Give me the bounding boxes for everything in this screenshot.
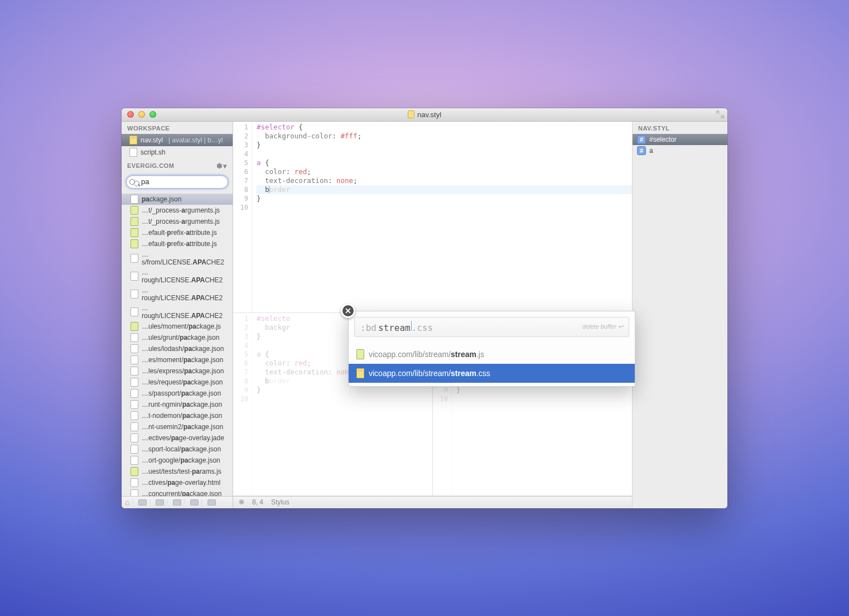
file-icon: [408, 110, 414, 118]
file-result-row[interactable]: …ules/moment/package.js: [122, 321, 233, 332]
app-window: nav.styl WORKSPACE nav.styl | avatar.sty…: [122, 108, 727, 508]
file-icon: [131, 333, 138, 342]
file-icon: [129, 136, 137, 145]
chevron-right-icon: 〉: [166, 498, 171, 506]
file-icon: [131, 411, 138, 420]
file-icon: [129, 148, 137, 157]
chevron-right-icon: 〉: [183, 498, 189, 506]
symbol-item[interactable]: #a: [633, 145, 727, 156]
project-header: EVERGIG.COM ✽▾: [122, 158, 233, 172]
file-icon: [131, 434, 138, 442]
chevron-right-icon: 〉: [131, 498, 137, 506]
file-icon: [131, 422, 138, 431]
chevron-right-icon: 〉: [148, 498, 154, 506]
file-result-row[interactable]: …nt-usemin2/package.json: [122, 421, 233, 432]
language-label: Stylus: [271, 498, 290, 506]
file-result-row[interactable]: …rough/LICENSE.APACHE2: [122, 303, 233, 321]
file-result-row[interactable]: …ort-google/package.json: [122, 455, 233, 466]
palette-input-row: :bd stream.css delete buffer ↩: [354, 317, 629, 337]
code-editor[interactable]: #selector { background-color: #fff;}a { …: [252, 122, 632, 313]
file-result-row[interactable]: package.json: [122, 194, 233, 205]
file-icon: [131, 272, 138, 281]
file-icon: [131, 445, 138, 454]
file-icon: [131, 367, 138, 376]
folder-icon[interactable]: [138, 499, 147, 506]
folder-icon[interactable]: [190, 499, 199, 506]
file-result-row[interactable]: …ectives/page-overlay.jade: [122, 432, 233, 444]
fullscreen-icon[interactable]: [716, 110, 724, 118]
open-document-row[interactable]: nav.styl | avatar.styl | b…yl: [122, 134, 233, 146]
file-result-row[interactable]: …t/_process-arguments.js: [122, 216, 233, 227]
file-result-row[interactable]: …t-nodemon/package.json: [122, 410, 233, 421]
file-icon: [356, 349, 364, 359]
cursor-position: 8, 4: [252, 498, 263, 506]
file-icon: [131, 217, 138, 226]
file-icon: [131, 489, 138, 496]
file-result-row[interactable]: …efault-prefix-attribute.js: [122, 238, 233, 249]
file-search-input[interactable]: [126, 175, 228, 189]
file-result-row[interactable]: …es/moment/package.json: [122, 354, 233, 365]
palette-input[interactable]: :bd stream.css: [360, 321, 582, 333]
hash-icon: #: [637, 135, 646, 144]
file-result-row[interactable]: …s/from/LICENSE.APACHE2: [122, 249, 233, 267]
gear-icon[interactable]: ✽▾: [216, 162, 227, 170]
file-result-row[interactable]: …sport-local/package.json: [122, 444, 233, 455]
traffic-lights: [127, 111, 156, 118]
file-icon: [131, 456, 138, 465]
file-icon: [131, 307, 138, 316]
search-icon: [126, 175, 228, 189]
line-gutter: 12345678910: [233, 313, 252, 495]
file-results-list: package.json…t/_process-arguments.js…t/_…: [122, 193, 233, 496]
palette-result[interactable]: vicoapp.com/lib/stream/stream.js: [349, 345, 635, 364]
status-bar: ✽ 8, 4 Stylus: [233, 496, 632, 508]
file-icon: [131, 400, 138, 409]
home-icon[interactable]: ⌂: [125, 498, 129, 507]
breadcrumb: ⌂ 〉 〉 〉 〉 〉: [122, 496, 233, 508]
file-result-row[interactable]: …les/express/package.json: [122, 365, 233, 377]
line-gutter: 12345678910: [233, 122, 252, 313]
open-document-row[interactable]: script.sh: [122, 146, 233, 158]
window-title: nav.styl: [122, 110, 727, 119]
hash-icon: #: [637, 146, 646, 155]
file-icon: [131, 206, 138, 215]
palette-hint: delete buffer ↩: [582, 323, 623, 330]
file-icon: [131, 467, 138, 476]
close-icon[interactable]: ✕: [341, 304, 355, 318]
close-window-button[interactable]: [127, 111, 134, 118]
symbol-item[interactable]: ##selector: [633, 134, 727, 145]
file-result-row[interactable]: …t/_process-arguments.js: [122, 205, 233, 216]
file-result-row[interactable]: …ctives/page-overlay.html: [122, 477, 233, 488]
file-icon: [131, 355, 138, 364]
command-palette: ✕ :bd stream.css delete buffer ↩ vicoapp…: [348, 311, 635, 387]
chevron-right-icon: 〉: [200, 498, 206, 506]
file-icon: [131, 478, 138, 487]
file-icon: [131, 239, 138, 248]
file-icon: [131, 378, 138, 387]
palette-result[interactable]: vicoapp.com/lib/stream/stream.css: [349, 364, 635, 383]
file-result-row[interactable]: …rough/LICENSE.APACHE2: [122, 285, 233, 303]
gear-icon[interactable]: ✽: [239, 498, 244, 506]
file-icon: [131, 389, 138, 398]
folder-icon[interactable]: [208, 499, 216, 506]
file-icon: [356, 368, 364, 378]
symbol-panel-header: NAV.STYL: [633, 122, 727, 134]
minimize-window-button[interactable]: [138, 111, 145, 118]
folder-icon[interactable]: [173, 499, 181, 506]
file-result-row[interactable]: …efault-prefix-attribute.js: [122, 227, 233, 238]
open-documents-list: nav.styl | avatar.styl | b…ylscript.sh: [122, 134, 233, 158]
file-result-row[interactable]: …ules/lodash/package.json: [122, 343, 233, 354]
file-icon: [131, 290, 138, 299]
file-icon: [131, 322, 138, 331]
folder-icon[interactable]: [156, 499, 164, 506]
file-result-row[interactable]: …rough/LICENSE.APACHE2: [122, 267, 233, 285]
file-result-row[interactable]: …ules/grunt/package.json: [122, 332, 233, 343]
file-result-row[interactable]: …runt-ngmin/package.json: [122, 399, 233, 410]
file-result-row[interactable]: …uest/tests/test-params.js: [122, 466, 233, 477]
file-result-row[interactable]: …concurrent/package.json: [122, 488, 233, 496]
workspace-header: WORKSPACE: [122, 122, 233, 134]
file-result-row[interactable]: …s/passport/package.json: [122, 388, 233, 399]
file-result-row[interactable]: …les/request/package.json: [122, 377, 233, 388]
file-icon: [131, 195, 138, 204]
sidebar: WORKSPACE nav.styl | avatar.styl | b…yls…: [122, 122, 233, 508]
zoom-window-button[interactable]: [149, 111, 156, 118]
